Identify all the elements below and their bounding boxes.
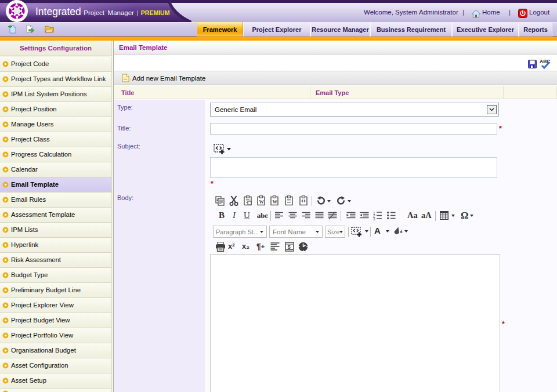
svg-text:5: 5: [288, 244, 291, 250]
svg-text:3: 3: [373, 217, 375, 220]
svg-text:W: W: [273, 199, 278, 205]
svg-text:W: W: [259, 199, 265, 205]
